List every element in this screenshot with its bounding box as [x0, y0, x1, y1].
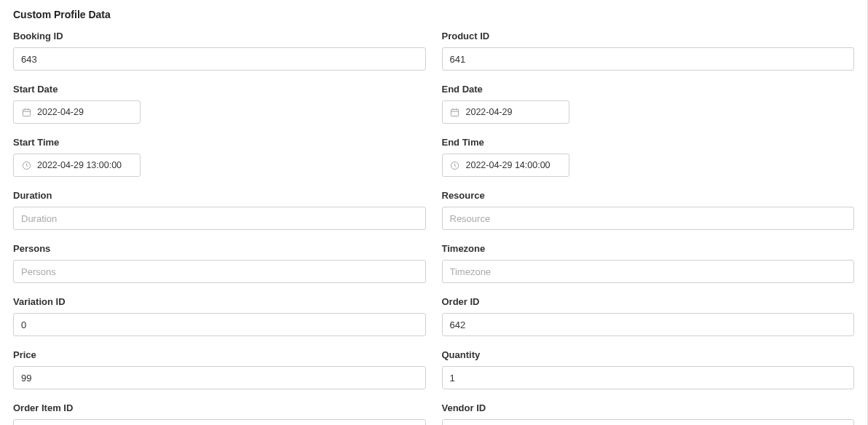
input-vendor-id[interactable] [442, 419, 855, 425]
label-booking-id: Booking ID [13, 31, 426, 41]
field-order-item-id: Order Item ID [13, 402, 426, 425]
input-start-date[interactable]: 2022-04-29 [13, 100, 141, 124]
field-timezone: Timezone [442, 243, 855, 283]
input-end-date[interactable]: 2022-04-29 [442, 100, 569, 124]
field-product-id: Product ID [442, 31, 855, 71]
label-quantity: Quantity [442, 349, 855, 360]
label-start-time: Start Time [13, 137, 426, 148]
form-grid: Booking ID Product ID Start Date 20 [13, 31, 854, 425]
field-duration: Duration [13, 190, 426, 230]
field-variation-id: Variation ID [13, 296, 426, 336]
field-quantity: Quantity [442, 349, 855, 389]
svg-line-10 [26, 165, 28, 166]
calendar-icon [21, 107, 31, 117]
clock-icon [21, 160, 31, 170]
input-resource[interactable] [442, 207, 855, 230]
input-order-item-id[interactable] [13, 419, 426, 425]
label-start-date: Start Date [13, 84, 426, 95]
field-booking-id: Booking ID [13, 31, 426, 71]
field-end-time: End Time 2022-04-29 14:00:00 [442, 137, 855, 177]
input-end-time[interactable]: 2022-04-29 14:00:00 [442, 154, 569, 177]
start-date-value: 2022-04-29 [37, 107, 84, 117]
input-persons[interactable] [13, 260, 426, 283]
input-duration[interactable] [13, 207, 426, 230]
label-persons: Persons [13, 243, 426, 254]
label-end-date: End Date [442, 84, 855, 95]
label-price: Price [13, 349, 426, 360]
end-time-value: 2022-04-29 14:00:00 [466, 160, 551, 170]
label-variation-id: Variation ID [13, 296, 426, 307]
label-duration: Duration [13, 190, 426, 201]
input-price[interactable] [13, 366, 426, 389]
field-price: Price [13, 349, 426, 389]
start-time-value: 2022-04-29 13:00:00 [37, 160, 122, 170]
field-vendor-id: Vendor ID [442, 402, 855, 425]
input-variation-id[interactable] [13, 313, 426, 336]
clock-icon [450, 160, 460, 170]
custom-profile-data-panel: Custom Profile Data Booking ID Product I… [0, 0, 868, 425]
input-booking-id[interactable] [13, 47, 426, 71]
label-resource: Resource [442, 190, 855, 201]
svg-rect-0 [23, 109, 30, 116]
field-resource: Resource [442, 190, 855, 230]
svg-rect-4 [451, 109, 458, 116]
calendar-icon [450, 107, 460, 117]
field-start-date: Start Date 2022-04-29 [13, 84, 426, 124]
input-timezone[interactable] [442, 260, 855, 283]
label-order-id: Order ID [442, 296, 855, 307]
label-vendor-id: Vendor ID [442, 402, 855, 413]
label-end-time: End Time [442, 137, 855, 148]
input-order-id[interactable] [442, 313, 855, 336]
input-start-time[interactable]: 2022-04-29 13:00:00 [13, 154, 141, 177]
input-quantity[interactable] [442, 366, 855, 389]
field-end-date: End Date 2022-04-29 [442, 84, 855, 124]
label-timezone: Timezone [442, 243, 855, 254]
field-persons: Persons [13, 243, 426, 283]
field-order-id: Order ID [442, 296, 855, 336]
input-product-id[interactable] [442, 47, 855, 71]
section-title: Custom Profile Data [13, 9, 854, 20]
svg-line-13 [455, 165, 457, 166]
label-product-id: Product ID [442, 31, 855, 41]
label-order-item-id: Order Item ID [13, 402, 426, 413]
end-date-value: 2022-04-29 [466, 107, 513, 117]
field-start-time: Start Time 2022-04-29 13:00:00 [13, 137, 426, 177]
